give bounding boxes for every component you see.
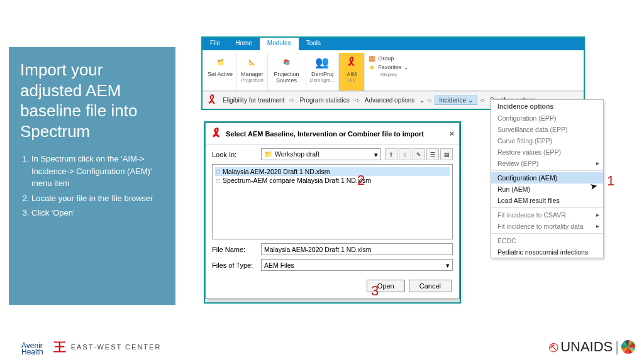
ribbon-manager[interactable]: 📐 Manager Projection <box>237 53 268 90</box>
new-folder-button[interactable]: ✎ <box>413 148 425 160</box>
dd-config-epp[interactable]: Configuration (EPP) <box>491 112 603 124</box>
ribbon-aim[interactable]: AIM HIV <box>339 53 365 90</box>
chevron-down-icon: ⌄ <box>404 64 409 70</box>
step-list: In Spectrum click on the 'AIM-> Incidenc… <box>20 153 164 219</box>
dd-surveillance-epp[interactable]: Surveillance data (EPP) <box>491 124 603 135</box>
slide-title: Import your adjusted AEM baseline file i… <box>20 60 164 141</box>
dd-fit-csavr[interactable]: Fit incidence to CSAVR▸ <box>491 209 603 221</box>
instruction-panel: Import your adjusted AEM baseline file i… <box>9 47 175 305</box>
bar-incidence[interactable]: Incidence ⌄ <box>435 96 477 105</box>
dd-review-epp[interactable]: Review (EPP)▸ <box>491 158 603 169</box>
dialog-toolbar: ⇧ ⌂ ✎ ☰ ▤ <box>385 148 453 160</box>
ribbon-projection-sources[interactable]: 📚 Projection Sources <box>268 53 306 90</box>
file-icon <box>216 168 220 175</box>
up-folder-button[interactable]: ⇧ <box>385 148 397 160</box>
lookin-combo[interactable]: Workshop draft ▾ <box>261 148 381 160</box>
dd-load-aem[interactable]: Load AEM result files <box>491 195 603 206</box>
annotation-1: 1 <box>607 173 614 189</box>
dd-config-aem[interactable]: Configuration (AEM) <box>491 172 603 184</box>
chevron-down-icon: ▾ <box>446 261 450 269</box>
annotation-2: 2 <box>357 172 365 189</box>
arrow-icon: ➪ <box>289 97 294 104</box>
aids-ribbon-icon <box>211 127 222 140</box>
list-view-button[interactable]: ☰ <box>426 148 439 160</box>
arrow-icon: ➪ <box>355 97 360 104</box>
footer-logos: AvenirHealth 王 EAST-WEST CENTER ⎋ UNAIDS… <box>9 338 635 356</box>
file-item[interactable]: Malaysia AEM-2020 Draft 1 ND.xlsm <box>215 167 450 176</box>
ribbon-tabs: File Home Modules Tools <box>203 38 584 50</box>
separator <box>491 207 603 208</box>
chevron-down-icon: ⌄ <box>419 97 425 104</box>
bar-advanced[interactable]: Advanced options <box>362 96 418 104</box>
sources-icon: 📚 <box>278 54 296 70</box>
tab-tools[interactable]: Tools <box>299 38 328 50</box>
ewc-mark-icon: 王 <box>52 339 67 354</box>
cancel-button[interactable]: Cancel <box>409 280 452 292</box>
step-2: Locate your file in the file browser <box>31 192 164 205</box>
ribbon-display-group: Group Favorites⌄ Display <box>365 53 413 90</box>
dropdown-title: Incidence options <box>491 100 603 112</box>
incidence-dropdown: Incidence options Configuration (EPP) Su… <box>491 99 604 258</box>
home-button[interactable]: ⌂ <box>399 148 411 160</box>
tab-modules[interactable]: Modules <box>260 38 299 50</box>
aids-ribbon-icon <box>206 94 218 107</box>
filetype-combo[interactable]: AEM Files▾ <box>261 259 453 271</box>
arrow-icon: ➪ <box>480 97 485 104</box>
dd-fit-mortality[interactable]: Fit incidence to mortality data▸ <box>491 221 603 232</box>
chevron-down-icon: ▾ <box>374 151 378 158</box>
close-icon[interactable]: × <box>449 129 454 138</box>
dd-restore-epp[interactable]: Restore values (EPP) <box>491 146 603 158</box>
ribbon-set-active[interactable]: 🗂️ Set Active <box>204 53 237 90</box>
file-list[interactable]: Malaysia AEM-2020 Draft 1 ND.xlsm Spectr… <box>212 164 453 239</box>
projection-icon: 🗂️ <box>211 54 229 70</box>
sdg-wheel-icon <box>621 340 635 354</box>
unaids-logo: ⎋ UNAIDS | <box>549 338 635 356</box>
submenu-arrow-icon: ▸ <box>596 211 599 218</box>
dd-curve-epp[interactable]: Curve fitting (EPP) <box>491 135 603 146</box>
filetype-label: Files of Type: <box>212 261 257 269</box>
submenu-arrow-icon: ▸ <box>596 160 599 167</box>
file-icon <box>216 177 220 184</box>
step-3: Click 'Open' <box>31 207 164 219</box>
file-open-dialog: Select AEM Baseline, Intervention or Com… <box>205 123 460 299</box>
people-icon <box>313 54 331 70</box>
tab-file[interactable]: File <box>203 38 228 50</box>
ribbon-body: 🗂️ Set Active 📐 Manager Projection 📚 Pro… <box>203 50 584 91</box>
folder-icon <box>264 150 273 158</box>
east-west-center-logo: 王 EAST-WEST CENTER <box>52 339 162 354</box>
star-icon <box>369 63 375 72</box>
group-icon <box>369 54 375 63</box>
cursor-icon: ➤ <box>589 180 599 192</box>
bar-eligibility[interactable]: Eligibility for treatment <box>220 96 287 104</box>
bar-program[interactable]: Program statistics <box>297 96 352 104</box>
file-item[interactable]: Spectrum-AEM compare Malaysia Draft 1 ND… <box>215 176 450 185</box>
step-1: In Spectrum click on the 'AIM-> Incidenc… <box>31 153 164 190</box>
tab-home[interactable]: Home <box>228 38 260 50</box>
dd-ecdc[interactable]: ECDC <box>491 235 603 246</box>
detail-view-button[interactable]: ▤ <box>440 148 453 160</box>
annotation-3: 3 <box>371 283 379 299</box>
manager-icon: 📐 <box>243 54 261 70</box>
filename-input[interactable]: Malaysia AEM-2020 Draft 1 ND.xlsm <box>261 243 453 255</box>
separator <box>491 170 603 171</box>
dialog-titlebar: Select AEM Baseline, Intervention or Com… <box>206 123 459 145</box>
arrow-icon: ➪ <box>427 97 432 104</box>
aids-ribbon-icon: ⎋ <box>549 338 558 356</box>
dd-pediatric[interactable]: Pediatric nosocomial infections <box>491 246 603 258</box>
avenir-health-logo: AvenirHealth <box>9 338 43 355</box>
dd-run-aem[interactable]: Run (AEM) <box>491 184 603 195</box>
filename-label: File Name: <box>212 246 257 253</box>
lookin-label: Look In: <box>212 151 257 158</box>
dialog-title: Select AEM Baseline, Intervention or Com… <box>226 130 424 138</box>
ribbon-demproj[interactable]: DemProj Demogra... <box>306 53 340 90</box>
submenu-arrow-icon: ▸ <box>596 222 599 229</box>
aids-ribbon-icon <box>343 54 360 70</box>
separator <box>491 233 603 234</box>
